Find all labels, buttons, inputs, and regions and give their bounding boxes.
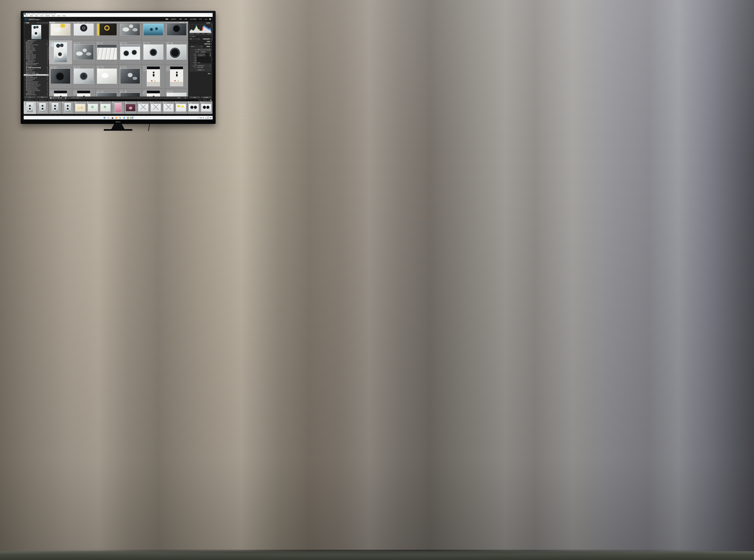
filmstrip-thumbnail[interactable]: 15 <box>200 101 213 114</box>
filter-tab-文本[interactable]: 文本 <box>72 22 76 23</box>
folder-row[interactable]: 奔驰烧烤架47 <box>24 52 48 53</box>
folder-row[interactable]: 飞利浦27M2N5500MY显示器43 <box>24 67 48 68</box>
metadata-value[interactable] <box>197 60 211 62</box>
hidden-icons-chevron[interactable]: ∧ <box>197 117 198 118</box>
close-button[interactable]: ✕ <box>211 14 212 15</box>
photo-thumbnail[interactable] <box>167 45 186 60</box>
zoom-66[interactable]: 66.7% <box>44 22 46 23</box>
filmstrip-filter-value[interactable]: 关闭过滤器 <box>202 99 207 101</box>
folder-row[interactable]: 宏碁掠夺者冰刃7200 24G21 <box>24 86 48 87</box>
grid-cell[interactable] <box>142 23 165 40</box>
taskbar-app-firefox[interactable] <box>115 116 118 119</box>
cloud-sync-icon[interactable] <box>209 19 211 20</box>
sort-spinner-icon[interactable] <box>81 97 81 98</box>
filter-lock-icon[interactable] <box>186 22 187 23</box>
folder-row[interactable]: 奥佳华探厂374 <box>24 43 48 44</box>
minimize-button[interactable]: — <box>206 14 207 15</box>
thumbnail-photo[interactable] <box>39 103 46 112</box>
filmstrip-folder-info[interactable]: 文件夹 : 海尔统帅标尺三筒 <box>35 99 47 101</box>
disclosure-triangle-icon[interactable] <box>26 73 26 74</box>
filmstrip-thumbnail[interactable]: 7 <box>99 101 112 114</box>
customize-button[interactable]: 自定义... <box>196 69 205 71</box>
folder-row[interactable]: 海尔583洗烘套装30 <box>24 71 48 73</box>
filename-list-icon[interactable] <box>210 53 211 55</box>
metadata-value[interactable]: 海尔统帅标尺三筒 <box>197 55 209 57</box>
grid-cell[interactable]: 65 <box>142 88 165 97</box>
module-tab-3[interactable]: 地图 <box>179 18 182 20</box>
left-panel-collapse-icon[interactable]: ◀ <box>24 58 24 59</box>
grid-cell[interactable] <box>96 23 119 40</box>
histogram-header[interactable]: 直方图 <box>188 22 213 24</box>
disclosure-triangle-icon[interactable] <box>26 46 26 47</box>
thumbnail-photo[interactable] <box>189 104 198 111</box>
folder-row[interactable]: 新建文件夹 (2)7 <box>24 40 48 41</box>
filmstrip-thumbnail[interactable]: 13 <box>175 101 187 114</box>
filmstrip-thumbnail[interactable]: 14 <box>187 101 200 114</box>
folder-row[interactable]: 海王星内存26 <box>24 76 48 77</box>
folder-row[interactable]: 佰维NV72007 <box>24 46 48 47</box>
folder-row[interactable]: 宏碁N70007 <box>24 80 48 81</box>
metadata-value[interactable]: 4672 x 7008 <box>197 67 211 68</box>
disclosure-triangle-icon[interactable] <box>26 83 26 84</box>
folder-row[interactable]: 华硕绝杀27显示器35 <box>24 94 48 96</box>
thumbnail-photo[interactable] <box>64 103 71 112</box>
grid-cell[interactable]: 60 <box>165 64 188 88</box>
chevron-down-icon[interactable] <box>67 100 68 100</box>
folder-row[interactable]: 超频三RZ620黑色12 <box>24 57 48 59</box>
disclosure-triangle-icon[interactable] <box>27 60 28 61</box>
navigator-preview[interactable] <box>24 24 48 40</box>
photo-thumbnail[interactable] <box>97 69 117 84</box>
folder-row[interactable]: 宏碁掠夺者PSSD GP30 2TB16 <box>24 84 48 86</box>
disclosure-triangle-icon[interactable] <box>26 75 26 75</box>
folder-row[interactable]: 新建文件夹8 <box>24 92 48 93</box>
folder-row[interactable]: 佰维DX100 HX100内存25 <box>24 44 48 45</box>
module-tab-7[interactable]: Web <box>205 19 207 20</box>
module-tab-2[interactable]: 修改照片 <box>171 18 176 20</box>
metadata-value[interactable]: DSC09905.ARW <box>197 53 209 55</box>
taskbar-app-start[interactable] <box>103 116 106 119</box>
grid-cell[interactable]: 55 <box>49 64 72 88</box>
filter-preset[interactable]: 关闭过滤器 <box>179 22 187 23</box>
folder-row[interactable]: 佰维nv7400横评36 <box>24 48 48 50</box>
taskbar-app-explorer[interactable] <box>119 116 122 119</box>
disclosure-triangle-icon[interactable] <box>26 80 26 81</box>
grid-cell[interactable] <box>119 23 142 40</box>
next-photo-arrow-icon[interactable] <box>34 100 34 101</box>
grid-cell[interactable]: 52 <box>119 40 142 64</box>
folder-row[interactable]: 宏碁掠夺者冰刃820019 <box>24 87 48 88</box>
sort-value[interactable]: 拍摄时间 <box>76 97 80 99</box>
menu-item[interactable]: 帮助(H) <box>63 15 66 17</box>
disclosure-triangle-icon[interactable] <box>26 52 26 52</box>
keyword-list-header[interactable]: 关键字列表 <box>204 43 212 45</box>
photo-thumbnail[interactable] <box>120 93 140 97</box>
metadata-header[interactable]: 元数据 <box>206 46 212 47</box>
taskbar-app-l-app[interactable]: L <box>111 116 114 119</box>
folder-row[interactable]: 华硕B760天选背插主板32 <box>24 88 48 90</box>
filmstrip-thumbnail[interactable]: 11 <box>150 101 162 114</box>
metadata-value[interactable]: 2025年8月27日 <box>197 65 209 67</box>
photo-thumbnail[interactable] <box>74 45 94 60</box>
disclosure-triangle-icon[interactable] <box>26 56 26 57</box>
thumbnail-photo[interactable] <box>176 104 186 111</box>
grid-cell[interactable]: 49 <box>49 40 72 64</box>
filmstrip-thumbnail[interactable]: 5 <box>74 101 86 114</box>
sort-control[interactable]: ⇅ 排序依据: 拍摄时间 <box>69 97 81 99</box>
photo-thumbnail[interactable] <box>51 23 70 36</box>
grid-cell[interactable]: 61 <box>49 88 72 97</box>
photo-thumbnail[interactable] <box>97 23 117 36</box>
filmstrip-thumbnail[interactable]: 3 <box>49 101 61 114</box>
people-view-button[interactable] <box>60 97 62 99</box>
disclosure-triangle-icon[interactable] <box>26 79 26 79</box>
metadata-value[interactable] <box>197 58 211 60</box>
grid-cell[interactable]: 58 <box>119 64 142 88</box>
original-photo-checkbox[interactable] <box>190 36 191 37</box>
taskbar-app-search[interactable] <box>107 116 110 119</box>
disclosure-triangle-icon[interactable] <box>26 91 26 91</box>
taskbar-app-wechat[interactable] <box>126 116 130 119</box>
filter-tab-属性[interactable]: 属性 <box>76 22 81 23</box>
filmstrip-thumbnail[interactable]: 9 <box>124 101 137 114</box>
disclosure-triangle-icon[interactable] <box>26 70 26 71</box>
comments-header[interactable]: 评论 <box>188 72 213 75</box>
folder-row[interactable]: 宏碁掠夺者GM9000 2tb14 <box>24 81 48 83</box>
module-tab-1[interactable]: 图库 <box>166 18 168 20</box>
